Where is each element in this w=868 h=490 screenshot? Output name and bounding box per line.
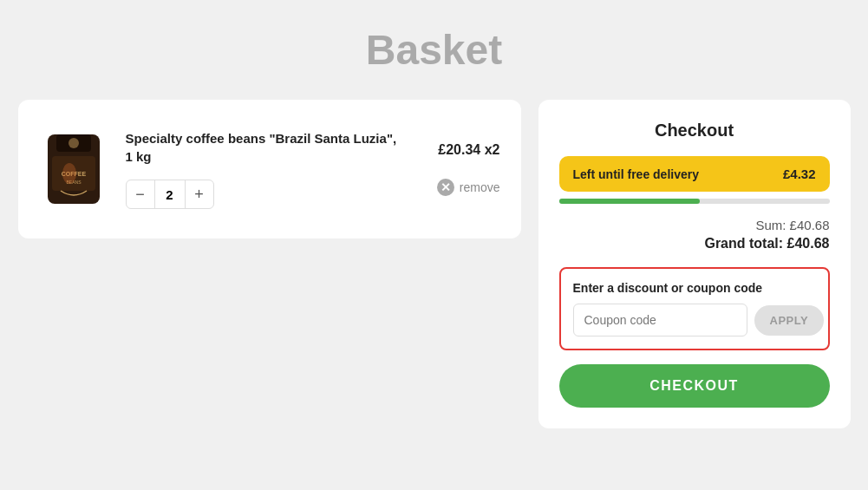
quantity-control: − 2 + [126,180,214,209]
sum-label: Sum: [755,218,786,232]
product-price-section: £20.34 x2 ✕ remove [437,142,500,196]
product-name: Specialty coffee beans "Brazil Santa Luz… [126,129,402,166]
delivery-progress-fill [559,199,700,204]
coupon-label: Enter a discount or coupon code [573,281,816,295]
checkout-title: Checkout [559,121,830,140]
free-delivery-banner: Left until free delivery £4.32 [559,156,830,192]
sum-row: Sum: £40.68 [559,218,830,232]
basket-card: COFFEE BEANS Specialty coffee beans "Bra… [18,100,521,238]
quantity-decrease[interactable]: − [127,180,154,208]
remove-icon: ✕ [437,179,454,196]
sum-value: £40.68 [790,218,830,232]
remove-button[interactable]: ✕ remove [437,179,500,196]
free-delivery-label: Left until free delivery [573,167,699,181]
checkout-panel: Checkout Left until free delivery £4.32 … [538,100,851,428]
coupon-input-row: APPLY [573,304,816,336]
quantity-value: 2 [154,180,186,208]
grand-total-row: Grand total: £40.68 [559,236,830,252]
coupon-input[interactable] [573,304,747,336]
apply-button[interactable]: APPLY [754,305,825,336]
free-delivery-amount: £4.32 [783,167,816,181]
remove-label: remove [460,180,500,194]
grand-total-label: Grand total: [704,236,783,252]
product-info: Specialty coffee beans "Brazil Santa Luz… [126,129,402,209]
svg-point-5 [69,138,79,148]
page-title: Basket [366,26,502,74]
svg-point-6 [62,163,76,184]
delivery-progress-bar [559,199,830,204]
checkout-button[interactable]: CHECKOUT [559,364,830,408]
grand-total-value: £40.68 [787,236,830,252]
coupon-section: Enter a discount or coupon code APPLY [559,267,830,350]
main-content: COFFEE BEANS Specialty coffee beans "Bra… [18,100,851,428]
product-price: £20.34 x2 [438,142,499,158]
quantity-increase[interactable]: + [186,180,213,208]
product-image: COFFEE BEANS [39,126,108,212]
